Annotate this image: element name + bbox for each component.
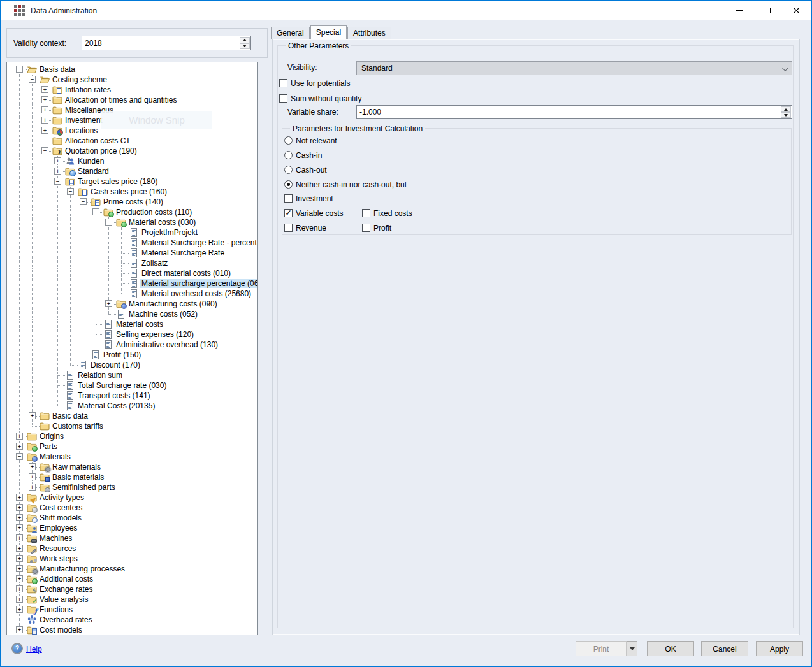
tree-item-label[interactable]: Quotation price (190) (63, 147, 139, 155)
checkbox-fixed-costs[interactable]: Fixed costs (362, 208, 412, 218)
tree-item[interactable]: −ΣQuotation price (190) (7, 146, 257, 156)
tree-item[interactable]: +Investment (7, 115, 257, 126)
radio-circle[interactable] (284, 151, 293, 159)
tree-item[interactable]: +Locations (7, 126, 257, 136)
tree-item[interactable]: +$Exchange rates (7, 584, 257, 594)
tree-item[interactable]: Direct material costs (010) (7, 268, 257, 278)
tree-item[interactable]: +Kunden (7, 156, 257, 166)
tree-item[interactable]: Zollsatz (7, 258, 257, 268)
tree-item-label[interactable]: Machines (38, 534, 74, 543)
radio-circle[interactable] (284, 180, 293, 189)
tree-item-label[interactable]: Selling expenses (120) (114, 330, 196, 339)
data-tree[interactable]: −Basis data−Costing scheme+Inflation rat… (6, 62, 258, 635)
tree-collapse-icon[interactable]: − (105, 219, 112, 226)
minimize-button[interactable] (725, 1, 753, 20)
validity-context-input[interactable] (82, 36, 240, 50)
checkbox-box[interactable] (284, 209, 293, 217)
tree-item-label[interactable]: Costing scheme (50, 75, 109, 84)
tree-item-label[interactable]: Cash sales price (160) (89, 187, 169, 196)
checkbox-box[interactable] (284, 194, 293, 203)
tree-expand-icon[interactable]: + (105, 300, 112, 307)
tree-item-label[interactable]: Origins (38, 432, 66, 441)
checkbox-box[interactable] (362, 224, 370, 232)
visibility-dropdown[interactable]: Standard (356, 61, 792, 75)
tree-item-label[interactable]: Miscellaneous (63, 106, 115, 115)
tree-item-label[interactable]: Administrative overhead (130) (114, 340, 220, 349)
tree-item-label[interactable]: Discount (170) (89, 361, 142, 369)
checkbox-box[interactable] (284, 224, 293, 232)
tree-item[interactable]: +Work steps (7, 554, 257, 564)
tree-item[interactable]: Profit (150) (7, 350, 257, 360)
tree-expand-icon[interactable]: + (41, 127, 48, 134)
tree-item-label[interactable]: Total Surcharge rate (030) (76, 381, 168, 390)
tree-item-label[interactable]: Material Costs (20135) (76, 401, 157, 410)
tree-item[interactable]: Material Costs (20135) (7, 401, 257, 411)
radio-cash-out[interactable]: Cash-out (284, 165, 327, 175)
checkbox-box[interactable] (279, 79, 287, 87)
tree-expand-icon[interactable]: + (29, 473, 36, 480)
tree-item-label[interactable]: Profit (150) (101, 350, 143, 359)
tree-expand-icon[interactable]: + (16, 443, 23, 450)
maximize-button[interactable] (753, 1, 782, 20)
tree-expand-icon[interactable]: + (29, 463, 36, 470)
tree-item-label[interactable]: Kunden (76, 157, 106, 166)
tree-expand-icon[interactable]: + (41, 106, 48, 113)
tree-expand-icon[interactable]: + (54, 168, 61, 175)
tree-item[interactable]: Relation sum (7, 370, 257, 380)
spin-down-button[interactable] (781, 112, 791, 118)
tree-item-label[interactable]: Basic data (50, 412, 90, 420)
tree-item-label[interactable]: Shift models (38, 513, 83, 522)
tree-item[interactable]: +Cost centers (7, 503, 257, 513)
tree-item-label[interactable]: Additional costs (38, 575, 95, 584)
tree-expand-icon[interactable]: + (54, 157, 61, 164)
tree-item[interactable]: +Manufacturing processes (7, 564, 257, 574)
tab-attributes[interactable]: Attributes (347, 27, 391, 39)
tree-expand-icon[interactable]: + (41, 86, 48, 93)
tree-item[interactable]: +Standard (7, 166, 257, 176)
tree-expand-icon[interactable]: + (41, 96, 48, 103)
tree-expand-icon[interactable]: + (16, 524, 23, 531)
tree-item[interactable]: +Employees (7, 523, 257, 533)
tree-item-label[interactable]: Transport costs (141) (76, 391, 152, 400)
tree-item-label[interactable]: Material costs (114, 320, 165, 329)
tree-item[interactable]: −Prime costs (140) (7, 197, 257, 207)
tree-item[interactable]: +Basic materials (7, 472, 257, 482)
tree-item-label[interactable]: Investment (63, 116, 105, 125)
tree-item[interactable]: +Resources (7, 543, 257, 554)
tree-collapse-icon[interactable]: − (16, 453, 23, 460)
tree-item[interactable]: +Additional costs (7, 574, 257, 584)
tree-item-label[interactable]: Manufacturing processes (38, 564, 127, 573)
tree-item-label[interactable]: Basic materials (50, 473, 106, 482)
checkbox-sum-without-quantity[interactable]: Sum without quantity (279, 94, 361, 103)
tree-item-label[interactable]: Employees (38, 524, 79, 533)
tree-item-label[interactable]: Exchange rates (38, 585, 94, 594)
tree-item[interactable]: +Machines (7, 533, 257, 543)
spin-up-button[interactable] (240, 37, 250, 43)
ok-button[interactable]: OK (647, 641, 694, 656)
tree-item[interactable]: +✓Value analysis (7, 594, 257, 605)
spin-down-button[interactable] (240, 43, 250, 50)
tree-item[interactable]: Customs tariffs (7, 421, 257, 431)
tree-item-label[interactable]: Parts (38, 442, 59, 451)
tree-expand-icon[interactable]: + (16, 534, 23, 541)
tree-item-label[interactable]: Semifinished parts (50, 483, 117, 492)
tree-item[interactable]: +Miscellaneous (7, 105, 257, 115)
tree-item-label[interactable]: Work steps (38, 554, 80, 563)
tree-item[interactable]: +Cost models (7, 625, 257, 635)
cancel-button[interactable]: Cancel (701, 641, 748, 656)
tree-item[interactable]: Machine costs (052) (7, 309, 257, 319)
help-link[interactable]: Help (26, 645, 42, 654)
tree-expand-icon[interactable]: + (16, 585, 23, 592)
tree-item-label[interactable]: Material Surcharge Rate - percentage (140, 238, 258, 247)
tree-item[interactable]: +Inflation rates (7, 85, 257, 95)
tree-expand-icon[interactable]: + (16, 494, 23, 501)
tree-item[interactable]: −Material costs (030) (7, 217, 257, 227)
tree-item-label[interactable]: Locations (63, 126, 99, 135)
tree-item[interactable]: +Semifinished parts (7, 482, 257, 492)
tree-item[interactable]: Material Surcharge Rate - percentage (7, 238, 257, 248)
tree-collapse-icon[interactable]: − (54, 178, 61, 185)
tree-expand-icon[interactable]: + (29, 484, 36, 491)
tree-item-label[interactable]: Manufacturing costs (090) (127, 299, 219, 308)
tree-item[interactable]: −Production costs (110) (7, 207, 257, 217)
tree-item[interactable]: Material costs (7, 319, 257, 329)
